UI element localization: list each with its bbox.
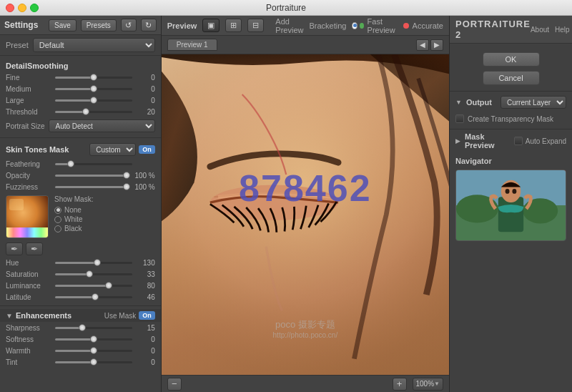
mask-white-radio[interactable]: White — [54, 215, 93, 223]
next-arrow[interactable]: ▶ — [430, 39, 443, 51]
preview-mode-group: Fast Preview Accurate — [352, 17, 443, 34]
zoom-value: 100% ▼ — [413, 378, 444, 391]
about-link[interactable]: About — [531, 26, 549, 34]
zoom-dropdown-arrow[interactable]: ▼ — [434, 381, 440, 387]
luminance-slider[interactable] — [55, 281, 132, 290]
fuzziness-slider[interactable] — [55, 182, 127, 191]
softness-row: Softness 0 — [0, 333, 161, 345]
help-link[interactable]: Help — [555, 26, 570, 34]
large-label: Large — [6, 97, 52, 104]
cancel-button[interactable]: Cancel — [483, 71, 540, 85]
mask-black-dot[interactable] — [54, 225, 61, 232]
skin-tones-on-badge[interactable]: On — [139, 145, 155, 154]
eyedropper-row: ✒ ✒ — [0, 241, 161, 257]
fuzziness-label: Fuzziness — [6, 183, 52, 191]
eyedropper-button-1[interactable]: ✒ — [6, 242, 23, 255]
tint-row: Tint 0 — [0, 356, 161, 368]
warmth-slider[interactable] — [55, 346, 132, 355]
maximize-button[interactable] — [30, 4, 39, 12]
sharpness-value: 15 — [135, 324, 155, 332]
enhancements-on-badge[interactable]: On — [139, 311, 155, 320]
bracketing-button[interactable]: Bracketing — [309, 21, 346, 30]
accurate-dot-icon — [403, 23, 409, 29]
fast-preview-radio[interactable]: Fast Preview — [352, 17, 398, 34]
portrait-size-select[interactable]: Auto Detect — [49, 119, 154, 132]
threshold-value: 20 — [135, 108, 155, 116]
saturation-label: Saturation — [6, 270, 52, 278]
opacity-value: 100 % — [129, 172, 155, 180]
fast-preview-dot[interactable] — [352, 22, 358, 29]
navigator-section: Navigator — [450, 152, 572, 392]
luminance-label: Luminance — [6, 282, 52, 290]
mask-none-dot[interactable] — [54, 207, 61, 214]
medium-slider[interactable] — [55, 84, 132, 93]
feathering-label: Feathering — [6, 160, 52, 168]
preview-tab-1[interactable]: Preview 1 — [167, 39, 217, 51]
luminance-row: Luminance 80 — [0, 280, 161, 291]
right-header: PORTRAITURE 2 About Help — [450, 16, 572, 44]
color-swatch[interactable] — [6, 195, 49, 238]
preview-tabs: Preview 1 ◀ ▶ — [162, 36, 449, 54]
eyedropper-button-2[interactable]: ✒ — [26, 242, 43, 255]
presets-button[interactable]: Presets — [81, 19, 117, 31]
create-transparency-checkbox[interactable] — [455, 114, 464, 123]
feathering-slider[interactable] — [55, 160, 132, 168]
output-arrow-icon[interactable]: ▼ — [455, 99, 462, 106]
left-content: DetailSmoothing Fine 0 Medium — [0, 56, 161, 392]
zoom-value-text: 100% — [416, 380, 435, 388]
accurate-radio[interactable]: Accurate — [403, 21, 443, 30]
ok-button[interactable]: OK — [483, 52, 540, 67]
softness-slider[interactable] — [55, 335, 132, 343]
softness-label: Softness — [6, 335, 52, 343]
detail-smoothing-header: DetailSmoothing — [0, 59, 161, 72]
threshold-slider[interactable] — [55, 107, 132, 116]
mask-black-radio[interactable]: Black — [54, 225, 93, 232]
undo-button[interactable]: ↺ — [121, 19, 137, 31]
mask-none-radio[interactable]: None — [54, 206, 93, 214]
tint-slider[interactable] — [55, 358, 132, 366]
auto-expand-row: Auto Expand — [514, 137, 566, 145]
watermark-text: poco 摄影专题 — [273, 318, 338, 331]
save-button[interactable]: Save — [49, 19, 77, 31]
view-triple-button[interactable]: ⊟ — [247, 19, 264, 32]
hue-slider[interactable] — [55, 258, 132, 267]
large-slider[interactable] — [55, 96, 132, 104]
window-title: Portraiture — [266, 3, 306, 13]
svg-point-9 — [512, 189, 516, 194]
skin-mode-select[interactable]: Custom — [89, 143, 136, 156]
saturation-slider[interactable] — [55, 270, 132, 278]
auto-expand-checkbox[interactable] — [514, 137, 523, 145]
tint-value: 0 — [135, 358, 155, 366]
show-mask-label: Show Mask: — [54, 195, 93, 203]
zoom-minus-button[interactable]: − — [167, 378, 182, 391]
enhancements-arrow-icon[interactable]: ▼ — [6, 312, 13, 320]
latitude-slider[interactable] — [55, 293, 132, 301]
mask-preview-arrow-icon[interactable]: ▶ — [455, 137, 460, 144]
sharpness-slider[interactable] — [55, 323, 132, 332]
large-value: 0 — [135, 97, 155, 104]
mask-white-label: White — [64, 215, 83, 223]
close-button[interactable] — [6, 4, 14, 12]
threshold-row: Threshold 20 — [0, 106, 161, 117]
enhancements-header: ▼ Enhancements Use Mask On — [0, 309, 161, 322]
preset-select[interactable]: Default — [33, 38, 155, 52]
mask-preview-label: Mask Preview — [465, 132, 510, 150]
add-preview-button[interactable]: Add Preview — [275, 17, 303, 34]
view-split-button[interactable]: ⊞ — [225, 19, 242, 32]
saturation-value: 33 — [135, 270, 155, 278]
create-transparency-label: Create Transparency Mask — [468, 115, 553, 123]
mask-white-dot[interactable] — [54, 216, 61, 223]
zoom-plus-button[interactable]: + — [393, 378, 407, 391]
view-single-button[interactable]: ▣ — [202, 19, 220, 32]
brand-ure: URE — [508, 19, 530, 29]
fine-slider[interactable] — [55, 73, 132, 82]
latitude-label: Latitude — [6, 293, 52, 301]
opacity-slider[interactable] — [55, 171, 127, 180]
navigator-thumbnail[interactable] — [455, 170, 566, 241]
titlebar: Portraiture — [0, 0, 572, 16]
minimize-button[interactable] — [18, 4, 26, 12]
output-select[interactable]: Current Layer — [500, 96, 566, 109]
redo-button[interactable]: ↻ — [141, 19, 157, 31]
mask-preview-header: ▶ Mask Preview Auto Expand — [450, 129, 572, 152]
prev-arrow[interactable]: ◀ — [416, 39, 429, 51]
